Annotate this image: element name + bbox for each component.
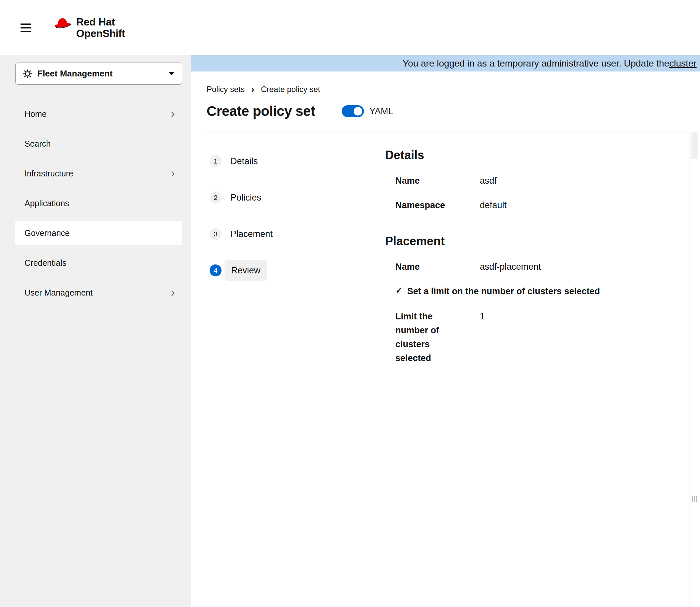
yaml-toggle-group: YAML xyxy=(342,105,393,117)
wizard: 1 Details 2 Policies 3 Placement 4 Revie… xyxy=(191,131,700,607)
sidebar-item-applications[interactable]: Applications xyxy=(15,191,182,215)
limit-label: Limit the number of clusters selected xyxy=(395,310,480,365)
step-label: Details xyxy=(230,156,258,166)
grip-bar xyxy=(692,496,693,502)
limit-value: 1 xyxy=(480,310,485,365)
sidebar: Fleet Management Home › Search Infrastru… xyxy=(0,55,191,607)
caret-down-icon xyxy=(168,72,174,76)
brand-line1: Red Hat xyxy=(76,16,125,28)
detail-row-namespace: Namespace default xyxy=(395,199,689,211)
sidebar-item-home[interactable]: Home › xyxy=(15,102,182,126)
sidebar-nav: Home › Search Infrastructure › Applicati… xyxy=(0,102,191,305)
sidebar-item-user-management[interactable]: User Management › xyxy=(15,280,182,305)
cluster-limit-checkbox-line: ✓ Set a limit on the number of clusters … xyxy=(395,285,689,297)
cluster-oauth-link[interactable]: cluster xyxy=(669,58,696,69)
check-icon: ✓ xyxy=(395,284,403,296)
step-label: Policies xyxy=(230,193,261,203)
wizard-steps-nav: 1 Details 2 Policies 3 Placement 4 Revie… xyxy=(191,131,359,607)
wizard-step-policies[interactable]: 2 Policies xyxy=(191,180,359,216)
perspective-selector[interactable]: Fleet Management xyxy=(15,63,182,85)
grip-bar xyxy=(696,496,697,502)
details-heading: Details xyxy=(385,148,689,163)
page-title: Create policy set xyxy=(207,103,315,119)
redhat-openshift-logo: Red Hat OpenShift xyxy=(52,16,125,39)
sidebar-item-label: Credentials xyxy=(24,258,66,268)
menu-toggle-button[interactable] xyxy=(21,21,36,35)
sidebar-item-governance[interactable]: Governance xyxy=(15,221,182,245)
detail-label: Namespace xyxy=(395,199,480,211)
title-row: Create policy set YAML xyxy=(207,103,700,119)
sidebar-item-label: Governance xyxy=(24,228,69,238)
hamburger-icon xyxy=(21,23,31,25)
placement-heading: Placement xyxy=(385,234,689,249)
limit-row: Limit the number of clusters selected 1 xyxy=(395,310,689,365)
app-root: Red Hat OpenShift Fleet Management xyxy=(0,0,700,607)
breadcrumb-current: Create policy set xyxy=(261,85,320,94)
chevron-right-icon: › xyxy=(171,289,175,296)
sidebar-item-infrastructure[interactable]: Infrastructure › xyxy=(15,161,182,186)
sidebar-item-label: Applications xyxy=(24,198,69,208)
sidebar-item-label: Infrastructure xyxy=(24,169,73,179)
brand-line2: OpenShift xyxy=(76,28,125,39)
scrollbar-thumb[interactable] xyxy=(692,132,698,159)
masthead: Red Hat OpenShift xyxy=(0,0,700,55)
review-panel: Details Name asdf Namespace default Plac… xyxy=(359,131,689,607)
drawer-edge-rail xyxy=(689,131,700,607)
body-row: Fleet Management Home › Search Infrastru… xyxy=(0,55,700,607)
step-number: 2 xyxy=(210,192,222,204)
grip-bar xyxy=(694,496,695,502)
temporary-admin-banner: You are logged in as a temporary adminis… xyxy=(191,55,700,71)
yaml-toggle-label: YAML xyxy=(370,106,393,117)
page-header: Policy sets › Create policy set Create p… xyxy=(191,71,700,131)
perspective-label: Fleet Management xyxy=(37,68,163,79)
breadcrumb-policy-sets-link[interactable]: Policy sets xyxy=(207,85,245,94)
detail-row-name: Name asdf xyxy=(395,174,689,187)
step-number: 4 xyxy=(210,265,222,276)
sidebar-item-label: Search xyxy=(24,139,51,149)
breadcrumb: Policy sets › Create policy set xyxy=(207,85,700,94)
wizard-step-review[interactable]: 4 Review xyxy=(191,252,359,289)
chevron-right-icon: › xyxy=(171,170,175,177)
step-number: 1 xyxy=(210,155,222,167)
chevron-right-icon: › xyxy=(171,110,175,117)
yaml-toggle[interactable] xyxy=(342,105,364,117)
fleet-management-icon xyxy=(23,69,32,79)
wizard-step-placement[interactable]: 3 Placement xyxy=(191,216,359,252)
chevron-right-icon: › xyxy=(251,85,254,93)
redhat-hat-icon xyxy=(52,15,74,32)
placement-list: Name asdf-placement xyxy=(395,260,689,273)
detail-value: default xyxy=(480,199,507,211)
main-area: You are logged in as a temporary adminis… xyxy=(191,55,700,607)
detail-label: Name xyxy=(395,260,480,273)
details-list: Name asdf Namespace default xyxy=(395,174,689,211)
sidebar-item-credentials[interactable]: Credentials xyxy=(15,251,182,275)
sidebar-item-search[interactable]: Search xyxy=(15,131,182,156)
step-label: Review xyxy=(225,260,267,281)
wizard-step-details[interactable]: 1 Details xyxy=(191,143,359,180)
placement-row-name: Name asdf-placement xyxy=(395,260,689,273)
detail-value: asdf xyxy=(480,174,497,187)
detail-label: Name xyxy=(395,174,480,187)
step-number: 3 xyxy=(210,228,222,240)
yaml-toggle-knob xyxy=(354,107,362,116)
sidebar-item-label: Home xyxy=(24,109,47,119)
cluster-limit-checkbox-label: Set a limit on the number of clusters se… xyxy=(407,285,600,297)
brand-text: Red Hat OpenShift xyxy=(76,16,125,39)
step-label: Placement xyxy=(230,229,273,239)
detail-value: asdf-placement xyxy=(480,260,541,273)
banner-text: You are logged in as a temporary adminis… xyxy=(403,58,669,69)
sidebar-item-label: User Management xyxy=(24,288,93,297)
drawer-resize-handle[interactable] xyxy=(692,496,697,502)
